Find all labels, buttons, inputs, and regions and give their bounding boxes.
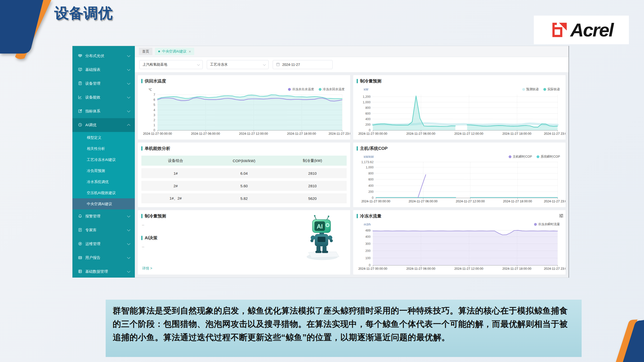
- tab-label: 首页: [142, 49, 149, 54]
- sidebar-subitem[interactable]: 模型定义: [72, 132, 135, 143]
- legend-dot: [509, 155, 511, 158]
- sidebar-item-report[interactable]: 基础报表: [72, 63, 135, 77]
- system-select[interactable]: 工艺冷冻水: [207, 60, 269, 69]
- sidebar-subitem[interactable]: 冷负荷预测: [72, 165, 135, 176]
- tab-home[interactable]: 首页: [139, 48, 152, 55]
- sidebar-item-ai[interactable]: AI调优: [72, 118, 135, 132]
- panel-title-text: 制冷量预测: [145, 213, 166, 219]
- y-tick-label: 0: [153, 128, 155, 132]
- close-icon[interactable]: ×: [189, 49, 191, 54]
- legend-item[interactable]: 冷冻水出水温度: [288, 87, 314, 92]
- sidebar-item-pv[interactable]: 分布式光伏: [72, 49, 135, 63]
- supply-return-temp-chart: ℃冷冻水出水温度冷冻水回水温度012345672024-11-27 00:00:…: [141, 86, 347, 138]
- x-tick-label: 2024-11-27 06:00:00: [406, 267, 435, 270]
- userreport-icon: [78, 255, 82, 260]
- y-tick-label: 0: [369, 128, 371, 132]
- legend-item[interactable]: 系统瞬时COP: [537, 155, 560, 159]
- sidebar-item-label: 运维管理: [85, 242, 128, 246]
- chart-legend: 主机瞬时COP系统瞬时COP: [509, 155, 560, 159]
- sidebar-item-device[interactable]: 设备管理: [72, 77, 135, 90]
- sidebar-subitem[interactable]: 冷水系统调优: [72, 176, 135, 187]
- chart-legend: 冷冻水瞬时流量: [534, 222, 560, 227]
- date-picker[interactable]: 2024-11-27: [273, 60, 333, 69]
- legend-item[interactable]: 预测轨迹: [522, 87, 539, 92]
- tab-bar: 首页中央空调AI建议×: [135, 46, 569, 57]
- legend-label: 实际轨迹: [547, 87, 560, 92]
- table-header-row: 设备组合COP(kW/kW)制冷量(kW): [141, 156, 347, 166]
- sidebar-item-label: 用户报告: [85, 255, 128, 260]
- site-select[interactable]: 上汽检氢能基地: [139, 60, 203, 69]
- y-tick-label: 1,173.62: [361, 160, 374, 164]
- sidebar-subitem[interactable]: 中央空调AI建议: [72, 198, 135, 209]
- tab-central-ac-ai[interactable]: 中央空调AI建议×: [155, 48, 194, 55]
- sidebar-item-label: 专家库: [85, 228, 128, 233]
- sidebar-subitem[interactable]: 空压机AI能效建议: [72, 187, 135, 198]
- sidebar-item-expert[interactable]: 专家库: [72, 223, 135, 237]
- sidebar-item-base-data[interactable]: 基础数据管理: [72, 265, 135, 278]
- table-row: 1#6.042810: [141, 168, 347, 178]
- detail-link[interactable]: 详情 >: [142, 266, 152, 271]
- legend-dot: [288, 88, 291, 91]
- cop-chart: kW/kW主机瞬时COP系统瞬时COP02004006008001,0001,1…: [357, 153, 562, 205]
- chevron-down-icon: [127, 68, 130, 71]
- charts-grid: 供回水温度 ℃冷冻水出水温度冷冻水回水温度012345672024-11-27 …: [135, 72, 569, 278]
- chevron-down-icon: [127, 228, 130, 231]
- axis-tick: [421, 265, 421, 266]
- sidebar-item-label: 基础报表: [85, 67, 128, 72]
- legend-item[interactable]: 冷冻水瞬时流量: [534, 222, 560, 227]
- sidebar-item-kpi[interactable]: 指标体系: [72, 104, 135, 118]
- axis-tick: [157, 130, 158, 131]
- x-tick-label: 2024-11-27 23:00:0: [544, 132, 566, 135]
- x-tick-label: 2024-11-27 23:00:0: [544, 267, 566, 270]
- x-tick-label: 2024-11-27 12:00:00: [456, 200, 485, 203]
- axis-tick: [423, 198, 423, 199]
- y-axis-unit: kW/kW: [364, 155, 374, 159]
- device-icon: [78, 81, 82, 86]
- sidebar-subitem[interactable]: 相关性分析: [72, 143, 135, 154]
- sidebar-item-label: 基础数据管理: [85, 269, 128, 274]
- y-tick-label: 200: [368, 190, 374, 194]
- sidebar-item-user-report[interactable]: 用户报告: [72, 251, 135, 265]
- x-tick-label: 2024-11-27 00:00:00: [358, 267, 387, 270]
- sidebar-item-efficiency[interactable]: 设备能效: [72, 90, 135, 104]
- sidebar-subitem[interactable]: 工艺冷冻水AI建议: [72, 154, 135, 165]
- plot-area: 012345672024-11-27 00:00:002024-11-27 06…: [157, 95, 342, 130]
- legend-dot: [319, 88, 321, 91]
- y-tick-label: 3: [153, 113, 155, 117]
- corner-decoration-bottom-right: [586, 315, 644, 362]
- axis-tick: [470, 198, 470, 199]
- efficiency-icon: [78, 95, 82, 100]
- gridline-vertical: [557, 230, 558, 265]
- x-tick-label: 2024-11-27 06:00:00: [409, 200, 437, 203]
- chilled-water-flow-chart: m3/h冷冻水瞬时流量01002003004004892024-11-27 00…: [357, 221, 562, 273]
- legend-item[interactable]: 实际轨迹: [543, 87, 560, 92]
- axis-tick: [373, 265, 373, 266]
- legend-dot: [543, 88, 546, 91]
- chart-series-canvas: [157, 95, 342, 130]
- chart-settings-sliders-icon[interactable]: [559, 214, 564, 218]
- axis-tick: [373, 130, 373, 131]
- plot-area: 02004006008001,0001,173.622024-11-27 00:…: [376, 162, 557, 198]
- panel-title: 主机/系统COP: [353, 143, 566, 151]
- x-tick-label: 2024-11-27 06:00:00: [406, 132, 435, 135]
- expert-icon: [78, 228, 82, 233]
- legend-item[interactable]: 冷冻水回水温度: [319, 87, 345, 92]
- sidebar-item-ops[interactable]: 运维管理: [72, 237, 135, 251]
- robot-ai-label: AI: [317, 223, 323, 230]
- legend-item[interactable]: 主机瞬时COP: [509, 155, 532, 159]
- axis-tick: [302, 130, 302, 131]
- dashboard-screenshot: 分布式光伏基础报表设备管理设备能效指标体系AI调优模型定义相关性分析工艺冷冻水A…: [72, 46, 569, 278]
- chevron-down-icon: [127, 214, 130, 217]
- chevron-down-icon: [197, 63, 200, 66]
- table-cell: 2810: [278, 171, 347, 175]
- y-tick-label: 800: [365, 106, 371, 110]
- legend-dot: [522, 88, 525, 91]
- chevron-down-icon: [263, 63, 266, 66]
- y-tick-label: 100: [365, 256, 371, 260]
- acrel-logo-text: Acrel: [570, 19, 613, 41]
- sidebar-item-alarm[interactable]: 报警管理: [72, 209, 135, 223]
- axis-tick: [517, 265, 517, 266]
- sidebar-item-label: AI调优: [85, 123, 128, 127]
- table-cell: 5.60: [210, 184, 278, 188]
- title-accent-bar: [141, 79, 142, 83]
